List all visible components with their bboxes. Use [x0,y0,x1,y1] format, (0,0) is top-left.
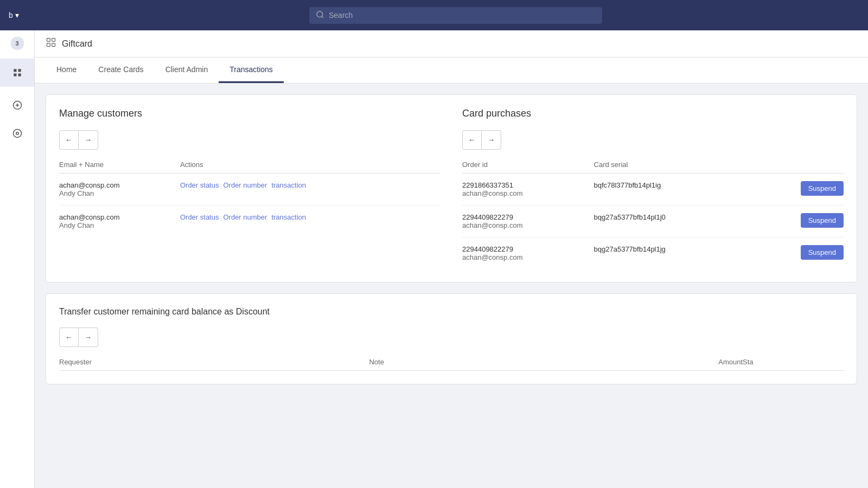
tab-home[interactable]: Home [46,57,87,83]
svg-rect-4 [14,74,16,76]
tabs-bar: Home Create Cards Client Admin Transacti… [35,57,868,84]
col-requester: Requester [59,358,369,371]
table-row: 2291866337351 achan@consp.com bqfc78l377… [462,174,844,206]
module-icon [46,37,56,50]
transfer-card: Transfer customer remaining card balance… [46,293,857,384]
transfer-title: Transfer customer remaining card balance… [59,307,844,317]
action-link-order-status[interactable]: Order status [180,181,219,189]
card-serial: bqfc78l377bfb14pl1ig [594,174,750,206]
svg-point-0 [317,11,323,17]
manage-customers-table: Email + Name Actions achan@consp.com And… [59,160,441,237]
svg-rect-5 [18,74,21,76]
col-actions: Actions [180,160,441,174]
action-link-order-status[interactable]: Order status [180,213,219,221]
sidebar-item-grid[interactable] [8,63,27,82]
customer-name: Andy Chan [59,221,180,229]
manage-customers-title: Manage customers [59,108,441,119]
tab-client-admin[interactable]: Client Admin [155,57,219,83]
manage-customers-next-btn[interactable]: → [79,130,98,150]
action-link-order-number[interactable]: Order number [223,213,267,221]
brand-label: b [9,11,13,20]
svg-rect-14 [52,43,55,47]
action-link-transaction[interactable]: transaction [271,181,306,189]
topbar: b ▾ [0,0,868,30]
col-status: Sta [743,358,844,371]
card-purchases-pagination: ← → [462,130,844,150]
search-icon [316,10,324,21]
col-note: Note [369,358,511,371]
card-purchases-section: Card purchases ← → Order id Card serial [462,108,844,269]
manage-customers-section: Manage customers ← → Email + Name Action… [59,108,441,269]
table-row: achan@consp.com Andy Chan Order statusOr… [59,174,441,206]
sidebar-badge: 3 [11,37,24,50]
card-purchases-table: Order id Card serial 2291866337351 achan… [462,160,844,269]
svg-point-10 [16,132,18,135]
page-body: Manage customers ← → Email + Name Action… [35,84,868,406]
sidebar-item-view[interactable] [8,124,27,143]
manage-customers-prev-btn[interactable]: ← [59,130,79,150]
customer-name: Andy Chan [59,189,180,197]
search-bar [309,7,602,24]
order-id: 2294409822279 [462,213,594,221]
suspend-button[interactable]: Suspend [801,245,844,260]
app-layout: 3 [0,30,868,488]
svg-point-9 [13,130,21,138]
card-serial: bqg27a5377bfb14pl1jg [594,237,750,269]
two-col-layout: Manage customers ← → Email + Name Action… [59,108,844,269]
order-email: achan@consp.com [462,253,594,261]
col-order-id: Order id [462,160,594,174]
suspend-button[interactable]: Suspend [801,181,844,196]
main-card: Manage customers ← → Email + Name Action… [46,94,857,282]
table-row: achan@consp.com Andy Chan Order statusOr… [59,206,441,237]
sidebar-highlight [0,59,34,87]
order-id: 2294409822279 [462,245,594,253]
table-row: 2294409822279 achan@consp.com bqg27a5377… [462,206,844,237]
svg-line-1 [322,16,323,18]
col-email-name: Email + Name [59,160,180,174]
card-purchases-prev-btn[interactable]: ← [462,130,482,150]
brand-logo[interactable]: b ▾ [9,11,52,20]
svg-rect-12 [52,38,55,42]
transfer-prev-btn[interactable]: ← [59,328,79,347]
order-email: achan@consp.com [462,221,594,229]
svg-rect-13 [47,43,50,47]
customer-email: achan@consp.com [59,213,180,221]
transfer-table: Requester Note Amount Sta [59,358,844,371]
action-link-transaction[interactable]: transaction [271,213,306,221]
sidebar-item-add[interactable] [8,95,27,115]
svg-rect-3 [18,69,21,72]
sidebar: 3 [0,30,35,488]
manage-customers-pagination: ← → [59,130,441,150]
main-content: Giftcard Home Create Cards Client Admin … [35,30,868,488]
suspend-button[interactable]: Suspend [801,213,844,228]
tab-create-cards[interactable]: Create Cards [87,57,154,83]
customer-email: achan@consp.com [59,181,180,189]
table-row: 2294409822279 achan@consp.com bqg27a5377… [462,237,844,269]
transfer-pagination: ← → [59,328,844,347]
order-id: 2291866337351 [462,181,594,189]
module-header: Giftcard [35,30,868,57]
svg-rect-11 [47,38,50,42]
card-purchases-title: Card purchases [462,108,844,119]
search-input[interactable] [329,11,596,20]
module-title: Giftcard [62,39,92,49]
col-amount: Amount [511,358,743,371]
card-serial: bqg27a5377bfb14pl1j0 [594,206,750,237]
brand-arrow: ▾ [15,11,19,20]
transfer-next-btn[interactable]: → [79,328,98,347]
order-email: achan@consp.com [462,189,594,197]
action-link-order-number[interactable]: Order number [223,181,267,189]
col-card-serial: Card serial [594,160,750,174]
card-purchases-next-btn[interactable]: → [482,130,501,150]
tab-transactions[interactable]: Transactions [219,57,284,83]
svg-rect-2 [14,69,16,72]
